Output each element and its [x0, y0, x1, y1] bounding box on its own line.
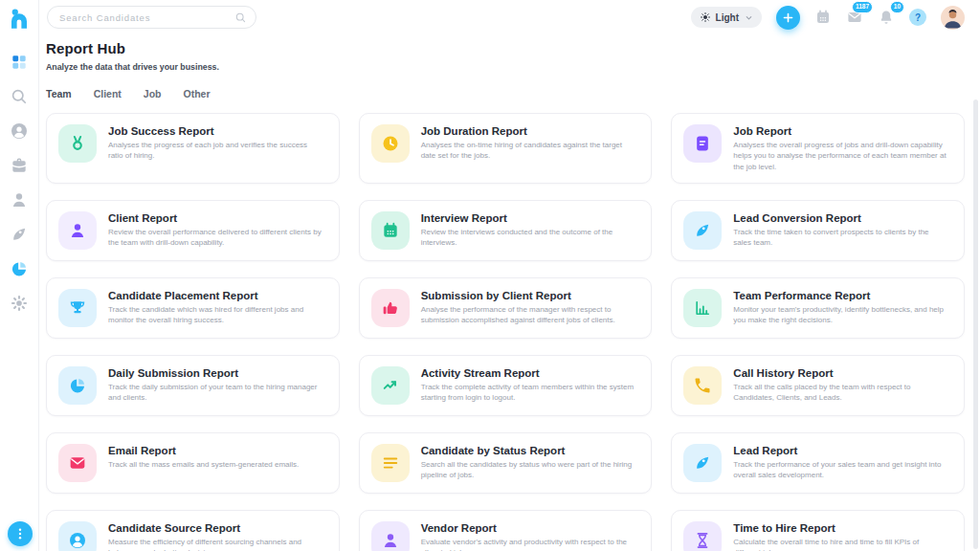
- report-card-title: Lead Report: [733, 445, 952, 456]
- person-circle-icon: [58, 521, 97, 551]
- hourglass-icon: [683, 521, 722, 551]
- search-icon: [10, 87, 29, 106]
- medal-icon: [58, 124, 97, 163]
- sidebar-item-search[interactable]: [10, 87, 29, 106]
- report-card[interactable]: Job Duration Report Analyses the on-time…: [359, 113, 653, 184]
- report-tabs: Team Client Job Other: [46, 88, 965, 99]
- dashboard-grid-icon: [10, 53, 29, 72]
- report-card-title: Call History Report: [733, 367, 952, 379]
- sidebar-item-reports[interactable]: [10, 259, 29, 278]
- report-card-title: Activity Stream Report: [421, 367, 640, 379]
- mail-badge: 1187: [852, 1, 873, 13]
- quick-actions-button[interactable]: [8, 521, 33, 546]
- report-card-title: Lead Conversion Report: [733, 212, 952, 224]
- add-button[interactable]: [776, 6, 800, 30]
- report-card[interactable]: Lead Report Track the performance of you…: [671, 432, 965, 494]
- report-card-description: Search all the candidates by status who …: [421, 459, 640, 481]
- rocket-icon: [683, 211, 722, 250]
- report-card[interactable]: Email Report Track all the mass emails a…: [46, 432, 340, 494]
- report-card-title: Interview Report: [421, 212, 640, 224]
- sidebar: [0, 0, 39, 551]
- calendar-button[interactable]: [814, 9, 832, 26]
- report-card[interactable]: Job Success Report Analyses the progress…: [46, 113, 340, 184]
- avatar[interactable]: [941, 6, 965, 30]
- report-card[interactable]: Activity Stream Report Track the complet…: [359, 355, 653, 416]
- sidebar-item-dashboard[interactable]: [10, 53, 29, 72]
- report-card-description: Track the candidate which was hired for …: [108, 304, 327, 326]
- theme-selector[interactable]: Light: [691, 7, 762, 28]
- briefcase-icon: [10, 156, 29, 175]
- tab-job[interactable]: Job: [144, 88, 162, 99]
- sidebar-item-clients[interactable]: [10, 190, 29, 209]
- sidebar-item-jobs[interactable]: [10, 156, 29, 175]
- person-icon: [371, 521, 410, 551]
- report-card[interactable]: Time to Hire Report Calculate the overal…: [671, 510, 965, 551]
- chevron-down-icon: [744, 12, 754, 23]
- sidebar-item-settings[interactable]: [10, 294, 29, 313]
- theme-label: Light: [716, 12, 739, 23]
- report-card-title: Daily Submission Report: [108, 367, 327, 379]
- report-card[interactable]: Candidate Source Report Measure the effi…: [46, 510, 340, 551]
- report-card[interactable]: Submission by Client Report Analyse the …: [359, 277, 653, 339]
- pie-chart-icon: [58, 366, 97, 405]
- tab-team[interactable]: Team: [46, 88, 72, 99]
- report-card-description: Review the overall performance delivered…: [108, 227, 327, 249]
- topbar: Light 1187 10 ?: [39, 0, 980, 34]
- pie-chart-icon: [10, 259, 29, 278]
- phone-icon: [683, 366, 722, 405]
- report-card-title: Email Report: [108, 445, 304, 456]
- app-logo-icon[interactable]: [7, 7, 32, 32]
- report-card-title: Time to Hire Report: [733, 522, 952, 534]
- trophy-icon: [58, 289, 97, 327]
- main-content: Report Hub Analyze the data that drives …: [39, 34, 980, 551]
- help-button[interactable]: ?: [909, 9, 926, 26]
- sidebar-item-launch[interactable]: [10, 225, 29, 244]
- report-card[interactable]: Candidate by Status Report Search all th…: [359, 432, 653, 494]
- search-icon[interactable]: [234, 11, 247, 24]
- notifications-button[interactable]: 10: [878, 9, 895, 26]
- report-card-description: Review the interviews conducted and the …: [421, 227, 640, 249]
- vertical-scrollbar[interactable]: [973, 99, 978, 549]
- thumbs-up-icon: [371, 289, 410, 327]
- clock-icon: [371, 124, 410, 163]
- report-card-title: Job Report: [733, 125, 952, 137]
- report-card-title: Candidate by Status Report: [421, 445, 640, 456]
- page-title: Report Hub: [46, 40, 965, 56]
- report-card[interactable]: Lead Conversion Report Track the time ta…: [671, 200, 965, 261]
- trend-up-icon: [371, 366, 410, 405]
- report-card-description: Analyses the overall progress of jobs an…: [733, 140, 952, 172]
- rocket-icon: [10, 225, 29, 244]
- tab-other[interactable]: Other: [184, 88, 211, 99]
- report-card-description: Track the performance of your sales team…: [733, 459, 952, 481]
- question-mark-icon: ?: [915, 12, 921, 23]
- report-grid: Job Success Report Analyses the progress…: [46, 113, 965, 551]
- search-input[interactable]: [59, 12, 227, 23]
- page-subtitle: Analyze the data that drives your busine…: [46, 62, 965, 72]
- sidebar-item-candidates[interactable]: [10, 121, 29, 141]
- plus-icon: [781, 11, 795, 25]
- report-card-title: Job Duration Report: [421, 125, 640, 137]
- sun-icon: [700, 11, 711, 23]
- report-card[interactable]: Interview Report Review the interviews c…: [359, 200, 653, 261]
- report-card[interactable]: Vendor Report Evaluate vendor's activity…: [359, 510, 653, 551]
- person-icon: [58, 211, 97, 250]
- report-card[interactable]: Daily Submission Report Track the daily …: [46, 355, 340, 416]
- report-card-title: Candidate Placement Report: [108, 290, 327, 301]
- rocket-icon: [683, 444, 722, 482]
- report-card-description: Track all the mass emails and system-gen…: [108, 459, 304, 470]
- report-card-title: Client Report: [108, 212, 327, 224]
- report-card-description: Analyses the on-time hiring of candidate…: [421, 140, 640, 162]
- report-card-description: Analyses the progress of each job and ve…: [108, 140, 327, 162]
- report-card[interactable]: Job Report Analyses the overall progress…: [671, 113, 965, 184]
- report-card-description: Calculate the overall time to hire and t…: [733, 537, 952, 551]
- report-card-description: Evaluate vendor's activity and productiv…: [421, 537, 640, 551]
- report-card[interactable]: Team Performance Report Monitor your tea…: [671, 277, 965, 339]
- tab-client[interactable]: Client: [94, 88, 122, 99]
- person-icon: [10, 190, 29, 209]
- report-card-description: Track the complete activity of team memb…: [421, 382, 640, 404]
- mail-icon: [58, 444, 97, 482]
- report-card[interactable]: Call History Report Track all the calls …: [671, 355, 965, 416]
- report-card[interactable]: Candidate Placement Report Track the can…: [46, 277, 340, 339]
- mail-button[interactable]: 1187: [846, 9, 863, 26]
- report-card[interactable]: Client Report Review the overall perform…: [46, 200, 340, 261]
